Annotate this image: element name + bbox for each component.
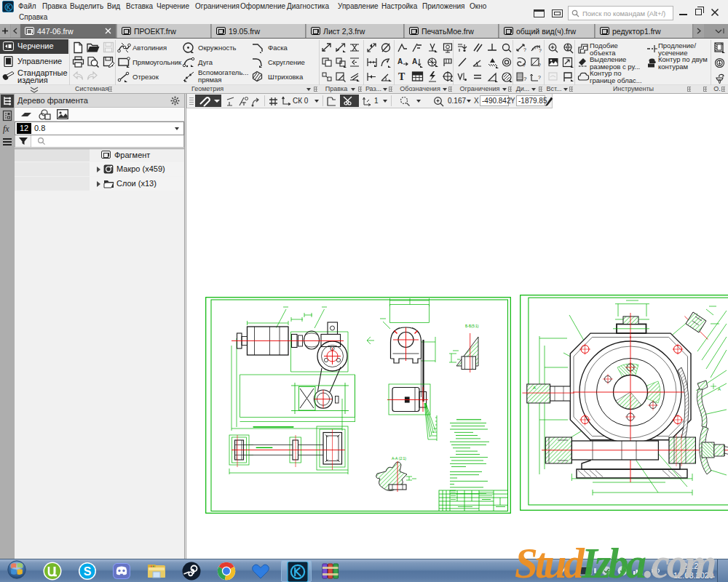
svg-text:fx: fx <box>3 124 9 134</box>
svg-text:?: ? <box>538 75 541 80</box>
svg-text:?: ? <box>523 76 527 82</box>
svg-text:?: ? <box>539 48 542 53</box>
svg-text:S: S <box>84 565 92 578</box>
svg-text:?: ? <box>523 63 526 68</box>
svg-text:A: A <box>397 57 403 65</box>
svg-text:А: А <box>718 387 721 391</box>
svg-text:T: T <box>398 71 405 82</box>
svg-text:A: A <box>412 57 417 65</box>
svg-text:Б-Б(5:1): Б-Б(5:1) <box>465 324 479 328</box>
svg-text:?: ? <box>523 47 526 52</box>
svg-text:А-А (2:1): А-А (2:1) <box>392 456 406 461</box>
svg-text:?: ? <box>538 63 541 68</box>
svg-text:А: А <box>533 386 536 390</box>
